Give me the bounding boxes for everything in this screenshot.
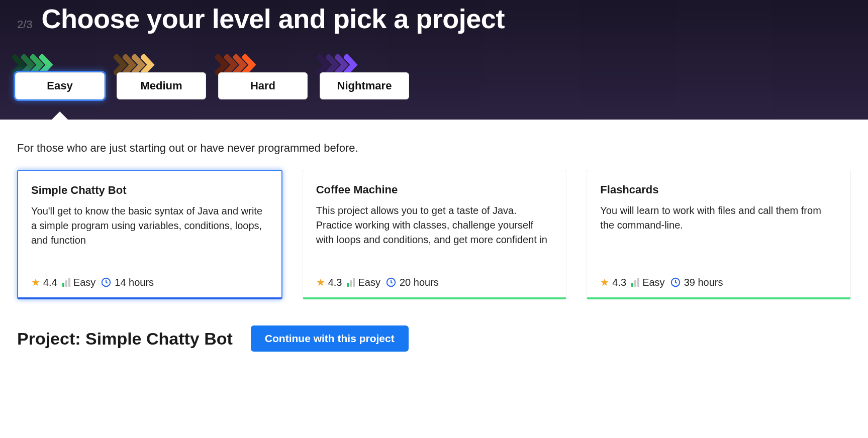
project-rating: 4.3 [612,277,626,288]
selected-level-pointer [52,112,68,120]
project-card[interactable]: Coffee MachineThis project allows you to… [303,170,567,299]
project-rating: 4.3 [328,277,342,288]
hero-title-row: 2/3 Choose your level and pick a project [17,0,851,34]
levels-row: EasyMediumHardNightmare [15,54,851,99]
project-title: Coffee Machine [316,183,553,196]
level-button-easy[interactable]: Easy [15,72,105,99]
level-item-easy: Easy [15,54,105,99]
difficulty-bars-icon [347,278,355,287]
level-button-medium[interactable]: Medium [117,72,206,99]
project-meta: ★4.4Easy14 hours [31,276,268,288]
project-description: This project allows you to get a taste o… [316,203,553,267]
clock-icon [101,277,112,288]
project-title: Simple Chatty Bot [31,184,268,197]
project-difficulty: Easy [358,277,380,288]
project-rating: 4.4 [43,277,57,288]
project-meta: ★4.3Easy20 hours [316,276,553,288]
level-item-nightmare: Nightmare [320,54,409,99]
level-button-nightmare[interactable]: Nightmare [320,72,409,99]
project-difficulty: Easy [642,277,664,288]
clock-icon [385,277,397,288]
project-hours: 20 hours [400,277,439,288]
project-card[interactable]: Simple Chatty BotYou'll get to know the … [17,170,282,299]
level-item-medium: Medium [117,54,206,99]
step-indicator: 2/3 [17,18,33,31]
hero-section: 2/3 Choose your level and pick a project… [0,0,868,120]
project-footer: Project: Simple Chatty Bot Continue with… [17,325,851,352]
project-description: You'll get to know the basic syntax of J… [31,204,268,267]
project-difficulty: Easy [73,277,95,288]
star-icon: ★ [31,276,40,288]
level-button-hard[interactable]: Hard [218,72,308,99]
continue-button[interactable]: Continue with this project [251,325,409,352]
level-description: For those who are just starting out or h… [17,142,851,155]
project-hours: 39 hours [684,277,723,288]
star-icon: ★ [316,276,325,288]
project-meta: ★4.3Easy39 hours [600,276,837,288]
selected-project-heading: Project: Simple Chatty Bot [17,329,233,349]
project-title: Flashcards [600,183,837,196]
page-title: Choose your level and pick a project [42,3,505,34]
project-card[interactable]: FlashcardsYou will learn to work with fi… [587,170,851,299]
difficulty-bars-icon [62,278,70,287]
project-cards: Simple Chatty BotYou'll get to know the … [17,170,851,299]
project-hours: 14 hours [115,277,154,288]
main-content: For those who are just starting out or h… [0,120,868,367]
level-item-hard: Hard [218,54,308,99]
clock-icon [670,277,681,288]
difficulty-bars-icon [631,278,639,287]
project-description: You will learn to work with files and ca… [600,203,837,267]
star-icon: ★ [600,276,609,288]
